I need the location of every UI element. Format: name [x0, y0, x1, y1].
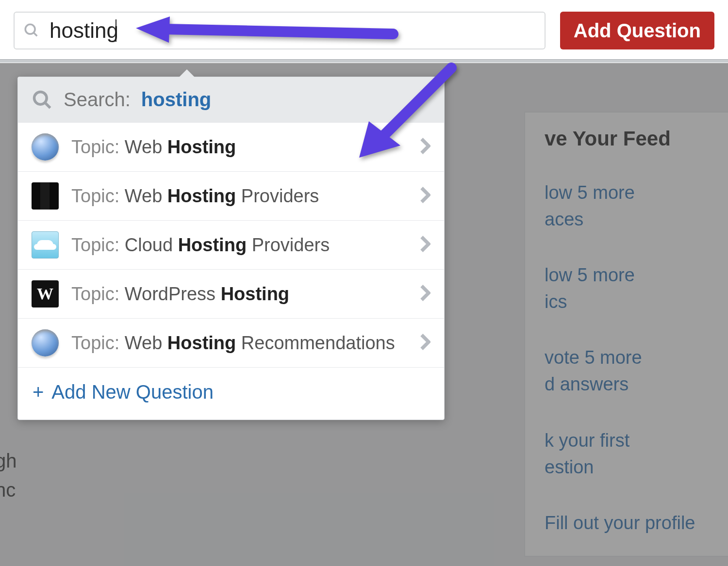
svg-line-1: [33, 32, 37, 36]
dropdown-item-label: Topic: Cloud Hosting Providers: [71, 235, 407, 256]
dropdown-topic-item[interactable]: W Topic: WordPress Hosting: [18, 269, 444, 318]
add-new-question-label: Add New Question: [51, 381, 214, 403]
dropdown-search-label: Search:: [64, 89, 131, 111]
dropdown-search-term: hosting: [141, 89, 211, 111]
svg-point-0: [25, 24, 35, 34]
dropdown-item-label: Topic: Web Hosting Recommendations: [71, 333, 407, 354]
text-cursor: [116, 19, 116, 42]
search-input[interactable]: hosting: [50, 18, 118, 43]
dropdown-topic-item[interactable]: Topic: Web Hosting Providers: [18, 171, 444, 220]
annotation-arrow: [349, 58, 466, 172]
svg-marker-5: [136, 16, 170, 43]
annotation-arrow: [131, 15, 403, 55]
chevron-right-icon: [420, 333, 430, 353]
chevron-right-icon: [420, 284, 430, 304]
svg-line-3: [45, 102, 50, 108]
dropdown-topic-item[interactable]: Topic: Web Hosting Recommendations: [18, 318, 444, 367]
dropdown-topic-item[interactable]: Topic: Cloud Hosting Providers: [18, 220, 444, 269]
plus-icon: +: [33, 381, 44, 403]
search-icon: [23, 22, 40, 39]
chevron-right-icon: [420, 235, 430, 255]
globe-icon: [32, 133, 59, 161]
chevron-right-icon: [420, 186, 430, 206]
dropdown-item-label: Topic: WordPress Hosting: [71, 284, 407, 305]
dropdown-item-label: Topic: Web Hosting Providers: [71, 186, 407, 207]
svg-point-2: [34, 92, 47, 104]
cloud-icon: [32, 231, 59, 259]
svg-line-4: [165, 29, 393, 34]
servers-icon: [32, 182, 59, 210]
svg-line-6: [379, 68, 451, 141]
add-question-button[interactable]: Add Question: [560, 12, 714, 49]
add-new-question-row[interactable]: + Add New Question: [18, 367, 444, 420]
search-icon: [32, 89, 53, 111]
globe-icon: [32, 329, 59, 356]
wordpress-icon: W: [32, 280, 59, 307]
